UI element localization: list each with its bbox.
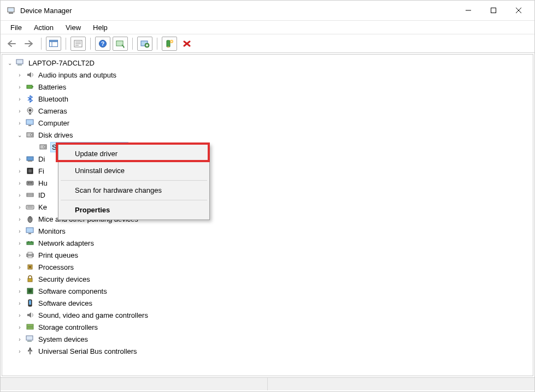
component-icon (25, 286, 35, 296)
expand-icon[interactable]: › (16, 96, 23, 102)
expand-icon[interactable]: › (16, 288, 23, 294)
tree-category-software-devices[interactable]: › Software devices (7, 297, 533, 309)
svg-point-36 (44, 146, 46, 148)
expand-icon[interactable]: › (16, 348, 23, 354)
back-button[interactable] (4, 37, 19, 51)
tree-category-batteries[interactable]: › Batteries (7, 81, 533, 93)
expand-icon[interactable]: › (16, 108, 23, 114)
tree-category-disk-drives[interactable]: ⌄ Disk drives (7, 129, 533, 141)
show-hide-console-button[interactable] (46, 37, 61, 51)
tree-category-label: Batteries (37, 82, 67, 92)
svg-point-42 (28, 182, 29, 183)
disk-icon (38, 142, 48, 152)
device-tree-panel[interactable]: ⌄ LAPTOP-7ADCLT2D › Audio inputs and out… (2, 54, 533, 376)
expand-icon[interactable]: › (16, 156, 23, 162)
tree-category-label: Security devices (37, 275, 91, 284)
tree-category-system[interactable]: › System devices (7, 333, 533, 345)
tree-category-audio[interactable]: › Audio inputs and outputs (7, 69, 533, 81)
toolbar-separator (132, 38, 133, 50)
collapse-icon[interactable]: ⌄ (7, 60, 13, 66)
collapse-icon[interactable]: ⌄ (16, 132, 23, 138)
tree-category-label: Processors (37, 263, 75, 272)
tree-category-label: Fi (37, 167, 45, 176)
context-menu-properties[interactable]: Properties (60, 201, 208, 218)
minimize-button[interactable] (456, 2, 481, 19)
expand-icon[interactable]: › (16, 276, 23, 282)
expand-icon[interactable]: › (16, 216, 23, 222)
svg-rect-1 (9, 13, 13, 14)
properties-button[interactable] (70, 37, 86, 51)
svg-rect-59 (28, 256, 32, 258)
context-menu-uninstall[interactable]: Uninstall device (60, 162, 208, 179)
ide-icon (25, 190, 35, 200)
tree-category-processors[interactable]: › Processors (7, 261, 533, 273)
expand-icon[interactable]: › (16, 72, 23, 78)
usb-icon (25, 346, 35, 356)
security-icon (25, 274, 35, 284)
tree-category-security[interactable]: › Security devices (7, 273, 533, 285)
context-menu-update-driver[interactable]: Update driver (60, 145, 208, 162)
update-driver-button[interactable] (137, 37, 152, 51)
expand-icon[interactable]: › (16, 192, 23, 198)
tree-category-software-components[interactable]: › Software components (7, 285, 533, 297)
svg-rect-56 (31, 241, 32, 242)
tree-category-label: Cameras (37, 106, 68, 116)
tree-category-storage[interactable]: › Storage controllers (7, 321, 533, 333)
expand-icon[interactable]: › (16, 324, 23, 330)
tree-root-label: LAPTOP-7ADCLT2D (27, 58, 96, 68)
firmware-icon (25, 166, 35, 176)
expand-icon[interactable]: › (16, 336, 23, 342)
maximize-button[interactable] (481, 2, 506, 19)
svg-rect-61 (29, 266, 31, 268)
tree-category-print[interactable]: › Print queues (7, 249, 533, 261)
tree-category-label: Disk drives (37, 130, 74, 140)
menu-view[interactable]: View (60, 22, 86, 33)
tree-category-computer[interactable]: › Computer (7, 117, 533, 129)
svg-point-29 (29, 109, 32, 112)
tree-category-cameras[interactable]: › Cameras (7, 105, 533, 117)
expand-icon[interactable]: › (16, 180, 23, 186)
tree-category-usb[interactable]: › Universal Serial Bus controllers (7, 345, 533, 357)
help-button[interactable]: ? (95, 37, 110, 51)
svg-rect-66 (29, 300, 31, 305)
context-menu-scan[interactable]: Scan for hardware changes (60, 182, 208, 199)
cpu-icon (25, 262, 35, 272)
svg-rect-2 (8, 8, 14, 11)
svg-rect-53 (28, 233, 31, 234)
expand-icon[interactable]: › (16, 120, 23, 126)
mouse-icon (25, 214, 35, 224)
expand-icon[interactable]: › (16, 240, 23, 246)
svg-rect-67 (27, 324, 33, 326)
svg-rect-30 (29, 113, 31, 115)
expand-icon[interactable]: › (16, 312, 23, 318)
expand-icon[interactable]: › (16, 252, 23, 258)
expand-icon[interactable]: › (16, 204, 23, 210)
svg-text:?: ? (101, 41, 104, 47)
close-button[interactable] (506, 2, 531, 19)
forward-button[interactable] (21, 37, 37, 51)
add-hardware-button[interactable] (162, 37, 177, 51)
expand-icon[interactable]: › (16, 168, 23, 174)
battery-icon (25, 82, 35, 92)
expand-icon[interactable]: › (16, 300, 23, 306)
tree-category-monitors[interactable]: › Monitors (7, 225, 533, 237)
disk-icon (25, 130, 35, 140)
menu-file[interactable]: File (5, 22, 27, 33)
tree-root[interactable]: ⌄ LAPTOP-7ADCLT2D (7, 57, 533, 69)
menu-action[interactable]: Action (28, 22, 59, 33)
statusbar-cell (1, 378, 268, 390)
uninstall-button[interactable] (179, 37, 195, 51)
svg-point-44 (31, 182, 32, 183)
expand-icon[interactable]: › (16, 228, 23, 234)
expand-icon[interactable]: › (16, 264, 23, 270)
tree-category-sound[interactable]: › Sound, video and game controllers (7, 309, 533, 321)
tree-category-network[interactable]: › Network adapters (7, 237, 533, 249)
tree-category-label: Audio inputs and outputs (37, 70, 117, 80)
toolbar: ? (1, 34, 534, 53)
svg-rect-27 (32, 86, 33, 87)
tree-category-label: Universal Serial Bus controllers (37, 347, 138, 356)
scan-hardware-button[interactable] (113, 37, 128, 51)
tree-category-bluetooth[interactable]: › Bluetooth (7, 93, 533, 105)
menu-help[interactable]: Help (87, 22, 113, 33)
expand-icon[interactable]: › (16, 84, 23, 90)
